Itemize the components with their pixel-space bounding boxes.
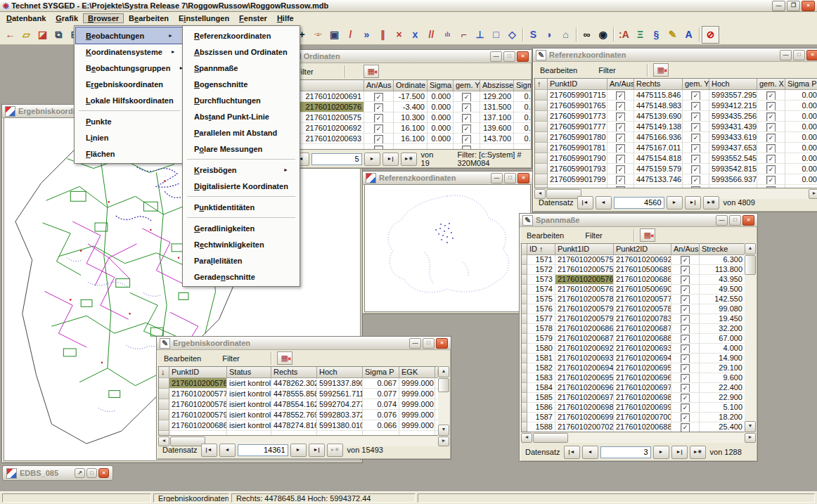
maximize-button[interactable]: □: [504, 173, 516, 183]
pistol-icon[interactable]: ⌐: [456, 27, 472, 43]
small-cross-icon[interactable]: x: [407, 27, 423, 43]
window-titlebar[interactable]: ▦ Referenzkoordinaten — □ ×: [363, 172, 532, 185]
colored-lines-icon[interactable]: Ξ: [632, 27, 648, 43]
checkbox[interactable]: ✓: [681, 344, 690, 354]
scrollbar-thumb[interactable]: [745, 255, 756, 275]
menu-item-geradlinigkeiten[interactable]: Geradlinigkeiten: [184, 220, 298, 236]
column-header-punktid[interactable]: PunktID: [169, 367, 227, 378]
checkbox[interactable]: ✓: [681, 423, 690, 432]
menubar-item-hilfe[interactable]: Hilfe: [272, 13, 299, 23]
table-row[interactable]: 2176059901799✓4475133.746✓5993566.937✓0.…: [535, 174, 817, 185]
first-record-button[interactable]: |◄: [577, 196, 593, 209]
menu-item-punktidentit-ten[interactable]: Punktidentitäten: [184, 199, 298, 215]
last-record-button[interactable]: ►|: [671, 446, 688, 459]
checkbox[interactable]: ✓: [616, 123, 625, 132]
polygon-icon[interactable]: ⌂: [558, 27, 574, 43]
table-row[interactable]: 157721760102005792176010200783✓19.450: [522, 314, 755, 324]
table-row[interactable]: 2176059901790✓4475154.818✓5993552.545✓0.…: [535, 153, 817, 164]
column-header-punkt1id[interactable]: Punkt1ID: [555, 244, 614, 255]
window-edbs-minimized[interactable]: ▦ EDBS_085 ↗ □ ×: [2, 465, 113, 481]
checkbox[interactable]: ✓: [691, 155, 700, 164]
checkbox[interactable]: ✓: [681, 266, 690, 275]
checkbox[interactable]: ✓: [766, 176, 776, 185]
row-selector[interactable]: [535, 185, 548, 188]
table-row[interactable]: [159, 431, 449, 436]
hatched-line-icon[interactable]: //: [423, 27, 439, 43]
checkbox[interactable]: [766, 186, 776, 188]
checkbox[interactable]: ✓: [681, 403, 690, 413]
checkbox[interactable]: ✓: [681, 374, 690, 383]
prev-record-button[interactable]: ◄: [596, 196, 612, 209]
window-spannmasse[interactable]: ✎ Spannmaße — □ × Bearbeiten Filter ▦✕ I…: [519, 213, 758, 462]
checkbox[interactable]: ✓: [462, 135, 471, 144]
row-selector[interactable]: [535, 153, 548, 164]
route-icon[interactable]: §: [648, 27, 664, 43]
table-row[interactable]: 157521760102005782176010200577✓142.550: [522, 295, 755, 304]
close-button[interactable]: ×: [98, 468, 109, 478]
next-record-button[interactable]: ►: [290, 444, 307, 457]
row-selector-header[interactable]: ↓: [159, 367, 169, 378]
column-header-an-aus[interactable]: An/Aus: [607, 79, 634, 90]
row-selector[interactable]: [522, 422, 527, 432]
column-header-punktid[interactable]: PunktID: [548, 79, 607, 90]
row-selector[interactable]: [522, 285, 527, 295]
table-row[interactable]: 2176010200577isiert kontrolliert4478555.…: [159, 389, 449, 399]
checkbox[interactable]: ✓: [766, 134, 776, 143]
menu-item-bogenschnitte[interactable]: Bogenschnitte: [184, 76, 298, 92]
main-titlebar[interactable]: ✳ Technet SYSGED - E:\Projekte\Systra Re…: [0, 0, 817, 12]
row-selector[interactable]: [522, 393, 527, 403]
restore-button[interactable]: ↗: [75, 468, 85, 478]
checkbox[interactable]: ✓: [766, 112, 776, 122]
last-record-button[interactable]: ►|: [685, 196, 701, 209]
row-selector[interactable]: [535, 174, 548, 185]
maximize-button[interactable]: □: [503, 51, 515, 62]
close-button[interactable]: ×: [436, 338, 448, 349]
menu-bearbeiten[interactable]: Bearbeiten: [540, 66, 577, 75]
prev-record-button[interactable]: ◄: [219, 444, 236, 457]
menu-item-beobachtungen[interactable]: Beobachtungen►: [76, 27, 183, 44]
parallel-lines-icon[interactable]: ∥: [375, 27, 391, 43]
perpendicular-icon[interactable]: ⊥: [472, 27, 488, 43]
binoculars-icon[interactable]: ∞: [579, 27, 595, 43]
rectangle-icon[interactable]: □: [488, 27, 504, 43]
next-record-button[interactable]: ►: [653, 446, 669, 459]
checkbox[interactable]: ✓: [616, 91, 625, 101]
checkbox[interactable]: [462, 146, 471, 150]
minimize-button[interactable]: —: [490, 51, 502, 62]
row-selector[interactable]: [159, 389, 169, 399]
next-record-button[interactable]: ►: [667, 196, 683, 209]
checkbox[interactable]: ✓: [462, 124, 471, 134]
checkbox[interactable]: ✓: [681, 285, 690, 295]
scroll-up-icon[interactable]: ▲: [745, 243, 756, 254]
record-number-input[interactable]: [600, 446, 651, 458]
row-selector[interactable]: [535, 111, 548, 122]
menu-item-rechtwinkligkeiten[interactable]: Rechtwinkligkeiten: [184, 236, 298, 252]
row-selector[interactable]: [535, 90, 548, 101]
checkbox[interactable]: ✓: [681, 354, 690, 363]
column-header-sigma-p[interactable]: Sigma P: [363, 367, 399, 378]
table-row[interactable]: 157921760102006872176010200688✓67.000: [522, 334, 755, 344]
row-selector[interactable]: [522, 324, 527, 334]
checkbox[interactable]: ✓: [681, 276, 690, 285]
checkbox[interactable]: ✓: [691, 144, 700, 153]
maximize-button[interactable]: □: [793, 50, 805, 60]
table-row[interactable]: 157321760102005762176010200686✓43.950: [522, 275, 755, 285]
last-record-button[interactable]: ►|: [382, 153, 399, 166]
table-row[interactable]: 158121760102006932176010200694✓14.900: [522, 354, 755, 363]
checkbox[interactable]: [374, 146, 383, 150]
table-row[interactable]: 157621760102005792176010200578✓99.080: [522, 304, 755, 314]
histogram-icon[interactable]: ılı: [439, 27, 456, 43]
column-header-punkt2id[interactable]: Punkt2ID: [614, 244, 671, 255]
checkbox[interactable]: ✓: [616, 176, 625, 185]
menu-item-geradenschnitte[interactable]: Geradenschnitte: [184, 269, 298, 285]
window-referenzkoordinaten[interactable]: ✎ Referenzkoordinaten — □ × Bearbeiten F…: [532, 48, 817, 212]
window-titlebar[interactable]: ✎ Referenzkoordinaten — □ ×: [533, 49, 817, 62]
menu-item-punkte[interactable]: Punkte: [76, 113, 183, 129]
row-selector[interactable]: [522, 304, 527, 314]
checkbox[interactable]: ✓: [374, 135, 383, 144]
row-selector-header[interactable]: ↑: [535, 79, 548, 90]
column-header-strecke[interactable]: Strecke: [700, 244, 745, 255]
checkbox[interactable]: [691, 186, 700, 188]
new-record-button[interactable]: ►✳: [327, 444, 343, 457]
row-selector[interactable]: [159, 399, 169, 410]
